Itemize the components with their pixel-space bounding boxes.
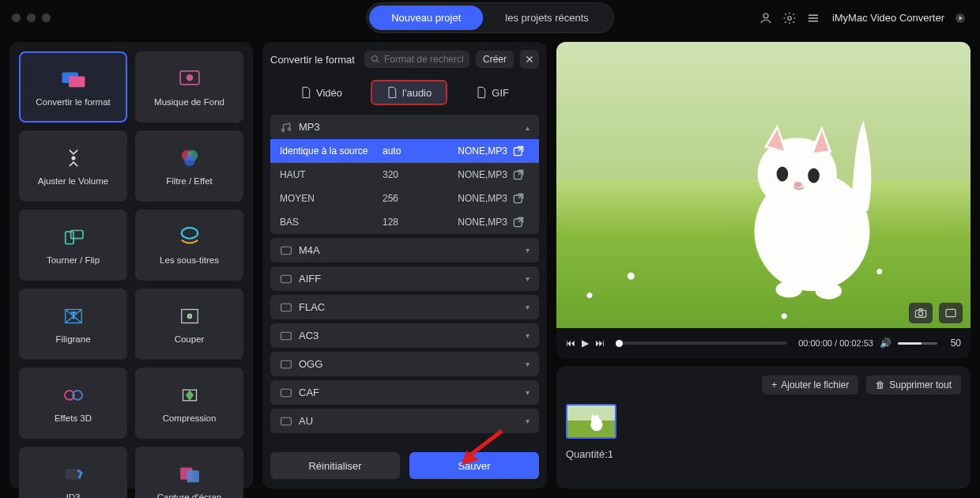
chevron-down-icon: ▾ xyxy=(526,360,530,368)
tool-crop[interactable]: Couper xyxy=(135,289,243,360)
play-badge-icon[interactable] xyxy=(952,10,968,26)
progress-bar[interactable] xyxy=(616,341,787,345)
svg-point-42 xyxy=(775,281,801,298)
tool-bgmusic[interactable]: Musique de Fond xyxy=(135,51,243,123)
preset-row[interactable]: MOYEN 256 NONE,MP3 xyxy=(270,187,539,210)
chevron-down-icon: ▾ xyxy=(526,246,530,255)
close-icon xyxy=(525,55,534,64)
tool-volume[interactable]: Ajuster le Volume xyxy=(19,130,127,202)
player-controls: ⏮ ▶ ⏭ 00:00:00 / 00:02:53 🔊 50 xyxy=(556,328,971,358)
type-tab-label: Vidéo xyxy=(316,87,342,99)
svg-rect-22 xyxy=(187,470,198,482)
qty-value: 1 xyxy=(608,448,613,460)
window-controls[interactable] xyxy=(12,13,51,22)
tool-filter[interactable]: Filtre / Effet xyxy=(135,130,243,202)
external-icon[interactable] xyxy=(512,145,525,157)
preset-row[interactable]: BAS 128 NONE,MP3 xyxy=(270,210,539,234)
tool-watermark[interactable]: T Filigrane xyxy=(19,289,127,360)
format-row-flac[interactable]: FLAC▾ xyxy=(270,295,539,319)
tool-compress[interactable]: Compression xyxy=(135,368,243,439)
preset-spec: NONE,MP3 xyxy=(438,169,512,180)
prev-button[interactable]: ⏮ xyxy=(566,338,575,349)
max-dot[interactable] xyxy=(42,13,51,22)
play-button[interactable]: ▶ xyxy=(582,338,589,349)
svg-rect-34 xyxy=(281,360,292,368)
tool-convert[interactable]: Convertir le format xyxy=(19,51,127,123)
save-button[interactable]: Sauver xyxy=(409,452,539,479)
next-button[interactable]: ⏭ xyxy=(595,338,605,349)
screenshot-button[interactable] xyxy=(909,303,933,323)
format-row-au[interactable]: AU▾ xyxy=(270,409,539,433)
format-row-mp3[interactable]: MP3 ▴ xyxy=(270,115,539,139)
remove-all-button[interactable]: 🗑Supprimer tout xyxy=(866,375,961,394)
tool-screenshot[interactable]: Capture d'écran xyxy=(135,447,243,498)
tools-panel: Convertir le format Musique de Fond Ajus… xyxy=(9,42,253,489)
format-row-aiff[interactable]: AIFF▾ xyxy=(270,266,539,291)
close-panel-button[interactable] xyxy=(520,50,539,69)
preset-spec: NONE,MP3 xyxy=(438,193,512,204)
tool-rotate[interactable]: Tourner / Flip xyxy=(19,209,127,281)
time-display: 00:00:00 / 00:02:53 xyxy=(798,338,873,348)
titlebar: Nouveau projet les projets récents iMyMa… xyxy=(0,0,980,36)
user-icon[interactable] xyxy=(758,10,774,26)
create-button[interactable]: Créer xyxy=(476,51,514,68)
tool-3d[interactable]: Effets 3D xyxy=(19,368,127,439)
format-label: CAF xyxy=(299,387,319,398)
tool-label: Capture d'écran xyxy=(157,492,221,498)
external-icon[interactable] xyxy=(512,168,525,181)
tool-label: Les sous-titres xyxy=(160,255,219,265)
music-icon xyxy=(280,122,292,133)
preset-row[interactable]: HAUT 320 NONE,MP3 xyxy=(270,163,539,187)
external-icon[interactable] xyxy=(512,216,525,228)
tool-label: Convertir le format xyxy=(36,97,111,107)
tool-label: Filtre / Effet xyxy=(166,176,213,186)
svg-point-6 xyxy=(186,74,193,81)
svg-rect-30 xyxy=(281,247,292,255)
svg-rect-46 xyxy=(946,309,956,316)
volume-value: 50 xyxy=(944,338,961,349)
menu-icon[interactable] xyxy=(805,10,821,26)
queue-item[interactable] xyxy=(566,404,616,439)
preview-video[interactable] xyxy=(556,42,971,328)
format-row-caf[interactable]: CAF▾ xyxy=(270,380,539,405)
watermark-icon: T xyxy=(60,304,87,328)
svg-rect-35 xyxy=(281,389,292,397)
close-dot[interactable] xyxy=(12,13,21,22)
svg-point-39 xyxy=(776,167,788,182)
volume-icon[interactable]: 🔊 xyxy=(880,338,891,349)
add-file-button[interactable]: +Ajouter le fichier xyxy=(762,375,858,394)
format-row-ogg[interactable]: OGG▾ xyxy=(270,352,539,376)
svg-rect-31 xyxy=(281,275,292,283)
format-row-m4a[interactable]: M4A▾ xyxy=(270,238,539,262)
fullscreen-button[interactable] xyxy=(939,303,963,323)
type-tab-video[interactable]: Vidéo xyxy=(285,80,358,105)
type-tab-gif[interactable]: GIF xyxy=(460,80,525,105)
format-search[interactable] xyxy=(364,51,469,68)
format-search-input[interactable] xyxy=(384,54,463,65)
tool-label: Couper xyxy=(175,334,205,344)
tool-label: Effets 3D xyxy=(55,413,92,423)
reset-button[interactable]: Réinitialiser xyxy=(270,452,400,479)
external-icon[interactable] xyxy=(512,192,525,205)
format-label: MP3 xyxy=(299,121,320,133)
min-dot[interactable] xyxy=(27,13,36,22)
tool-label: Compression xyxy=(163,413,217,423)
audio-file-icon xyxy=(280,302,292,313)
type-tab-audio[interactable]: l'audio xyxy=(371,80,447,105)
svg-point-7 xyxy=(72,157,74,159)
format-row-ac3[interactable]: AC3▾ xyxy=(270,323,539,348)
svg-rect-33 xyxy=(281,332,292,340)
tool-subtitles[interactable]: Les sous-titres xyxy=(135,209,243,281)
gear-icon[interactable] xyxy=(782,10,797,26)
preset-name: Identique à la source xyxy=(280,145,383,157)
app-title: iMyMac Video Converter xyxy=(832,12,944,24)
tool-id3[interactable]: ID3 xyxy=(19,447,127,498)
subtitles-icon xyxy=(176,225,203,249)
preview-panel: ⏮ ▶ ⏭ 00:00:00 / 00:02:53 🔊 50 xyxy=(556,42,971,358)
compress-icon xyxy=(176,383,203,407)
tab-recent-projects[interactable]: les projets récents xyxy=(483,6,611,30)
preset-row[interactable]: Identique à la source auto NONE,MP3 xyxy=(270,139,539,163)
svg-rect-32 xyxy=(281,304,292,311)
tab-new-project[interactable]: Nouveau projet xyxy=(369,6,483,30)
volume-slider[interactable] xyxy=(898,342,937,345)
